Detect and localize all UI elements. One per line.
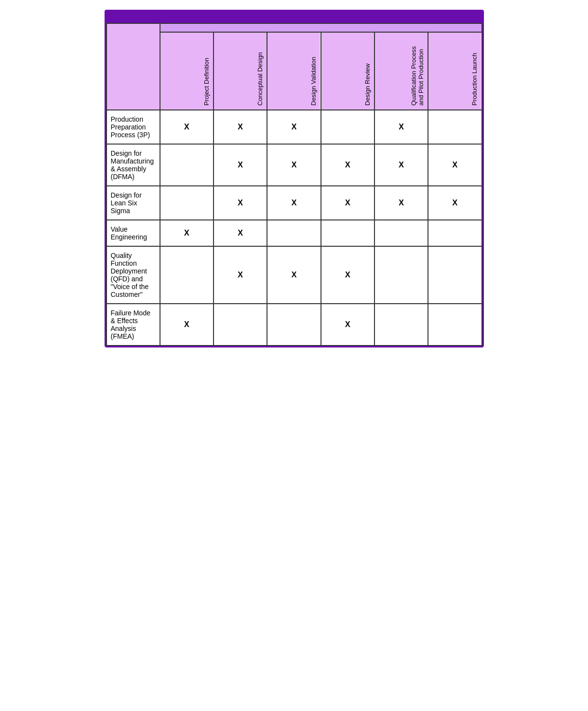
cell-3-1: X [214, 220, 267, 246]
cell-4-5 [428, 246, 481, 304]
stage-header-0: Project Definition [160, 32, 214, 110]
table-row: Quality Function Deployment (QFD) and "V… [107, 246, 482, 304]
cell-3-5 [428, 220, 481, 246]
cell-4-1: X [214, 246, 267, 304]
method-cell-2: Design for Lean Six Sigma [107, 186, 160, 220]
cell-1-3: X [321, 144, 374, 186]
cell-0-1: X [214, 110, 267, 144]
cell-1-0 [160, 144, 214, 186]
cell-0-0: X [160, 110, 214, 144]
cell-5-3: X [321, 304, 374, 346]
cell-3-2 [267, 220, 321, 246]
cell-5-0: X [160, 304, 214, 346]
cell-2-1: X [214, 186, 267, 220]
stage-header-1: Conceptual Design [214, 32, 267, 110]
method-cell-5: Failure Mode & Effects Analysis (FMEA) [107, 304, 160, 346]
cell-0-5 [428, 110, 481, 144]
cell-1-1: X [214, 144, 267, 186]
cell-3-4 [374, 220, 428, 246]
stages-header [160, 23, 482, 32]
cell-2-4: X [374, 186, 428, 220]
cell-5-2 [267, 304, 321, 346]
cell-3-3 [321, 220, 374, 246]
cell-5-4 [374, 304, 428, 346]
cell-2-2: X [267, 186, 321, 220]
cell-3-0: X [160, 220, 214, 246]
cell-2-0 [160, 186, 214, 220]
table-row: Value EngineeringXX [107, 220, 482, 246]
stage-header-3: Design Review [321, 32, 374, 110]
method-cell-1: Design for Manufacturing & Assembly (DFM… [107, 144, 160, 186]
method-header [107, 23, 160, 110]
cell-1-4: X [374, 144, 428, 186]
cell-5-1 [214, 304, 267, 346]
stage-header-2: Design Validation [267, 32, 321, 110]
table-row: Failure Mode & Effects Analysis (FMEA)XX [107, 304, 482, 346]
main-table-wrapper: Project DefinitionConceptual DesignDesig… [105, 10, 484, 347]
table-row: Design for Lean Six SigmaXXXXX [107, 186, 482, 220]
method-cell-0: Production Preparation Process (3P) [107, 110, 160, 144]
cell-4-0 [160, 246, 214, 304]
method-cell-4: Quality Function Deployment (QFD) and "V… [107, 246, 160, 304]
table-title [106, 11, 482, 23]
cell-1-5: X [428, 144, 481, 186]
cell-2-3: X [321, 186, 374, 220]
data-table: Project DefinitionConceptual DesignDesig… [106, 23, 482, 346]
stage-header-5: Production Launch [428, 32, 481, 110]
cell-4-4 [374, 246, 428, 304]
cell-2-5: X [428, 186, 481, 220]
method-cell-3: Value Engineering [107, 220, 160, 246]
cell-0-2: X [267, 110, 321, 144]
cell-4-2: X [267, 246, 321, 304]
stage-header-4: Qualification Process and Pilot Producti… [374, 32, 428, 110]
cell-0-4: X [374, 110, 428, 144]
table-row: Production Preparation Process (3P)XXXX [107, 110, 482, 144]
cell-4-3: X [321, 246, 374, 304]
table-row: Design for Manufacturing & Assembly (DFM… [107, 144, 482, 186]
cell-0-3 [321, 110, 374, 144]
cell-5-5 [428, 304, 481, 346]
cell-1-2: X [267, 144, 321, 186]
